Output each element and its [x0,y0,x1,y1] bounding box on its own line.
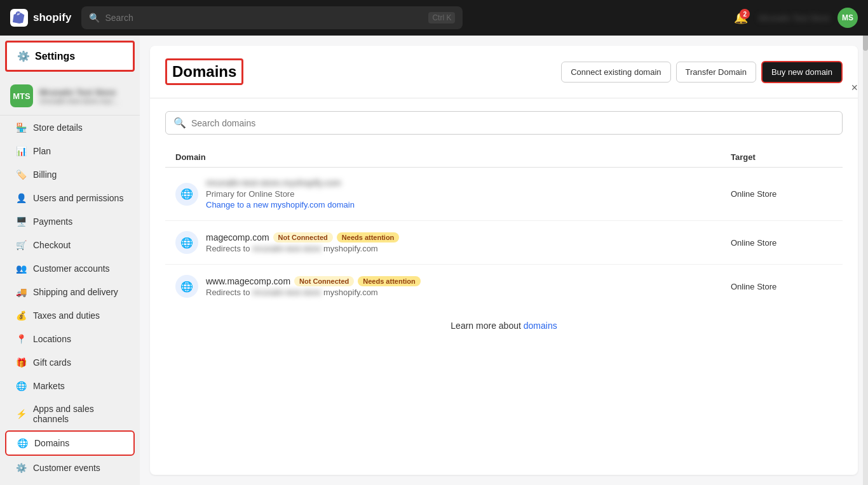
search-input[interactable] [105,13,423,23]
sidebar-item-customer-events[interactable]: ⚙️ Customer events [5,456,135,479]
domain-redirect-blurred-2: mrunalin-test-store [252,288,321,297]
gift-icon: 🎁 [15,357,27,368]
search-bar[interactable]: 🔍 Ctrl K [81,6,463,29]
sidebar-label-checkout: Checkout [33,240,71,250]
sidebar-item-users[interactable]: 👤 Users and permissions [5,187,135,209]
sidebar-item-checkout[interactable]: 🛒 Checkout [5,234,135,256]
domain-target-primary: Online Store [731,189,832,199]
buy-domain-button[interactable]: Buy new domain [761,61,843,83]
sidebar-label-customer-events: Customer events [33,463,100,473]
domain-name-magecomp: magecomp.com [206,232,269,242]
settings-icon: ⚙️ [17,50,30,62]
settings-title: Settings [35,51,75,62]
badge-not-connected-1: Not Connected [273,232,333,242]
shipping-icon: 🚚 [15,286,27,298]
store-info: MTS Mrunalin Test Store mrunalin-test-st… [0,77,140,116]
sidebar-item-apps[interactable]: ⚡ Apps and sales channels [5,398,135,430]
navbar-right: 🔔 2 Mrunalin Test Store MS [731,8,858,28]
search-shortcut: Ctrl K [428,12,455,23]
store-info-url: mrunalin-test-store.myshopify.com [39,97,122,105]
notification-badge: 2 [740,9,750,19]
shopify-logo: shopify [10,9,71,27]
sidebar-label-store-details: Store details [33,123,83,133]
sidebar-label-billing: Billing [33,169,57,180]
domain-info-primary: 🌐 mrunalin-test-store.myshopify.com Prim… [175,178,731,210]
search-domains-input[interactable] [191,118,834,128]
domain-details-magecomp: magecomp.com Not Connected Needs attenti… [206,232,399,253]
domain-change-link[interactable]: Change to a new myshopify.com domain [206,200,355,209]
sidebar-item-plan[interactable]: 📊 Plan [5,140,135,163]
domain-url-blurred: mrunalin-test-store.myshopify.com [206,178,341,188]
domain-details-primary: mrunalin-test-store.myshopify.com Primar… [206,178,355,210]
domain-globe-icon: 🌐 [175,183,198,206]
main-layout: ⚙️ Settings MTS Mrunalin Test Store mrun… [0,36,868,485]
sidebar-item-markets[interactable]: 🌐 Markets [5,375,135,397]
sidebar-label-plan: Plan [33,146,51,156]
table-row: 🌐 mrunalin-test-store.myshopify.com Prim… [165,168,843,221]
billing-icon: 🏷️ [15,169,27,180]
table-row: 🌐 www.magecomp.com Not Connected Needs a… [165,265,843,308]
apps-icon: ⚡ [15,408,27,420]
domain-target-magecomp: Online Store [731,238,832,248]
learn-more-section: Learn more about domains [165,308,843,343]
badge-not-connected-2: Not Connected [294,276,354,286]
plan-icon: 📊 [15,145,27,157]
search-domains-icon: 🔍 [173,117,186,129]
domain-details-www-magecomp: www.magecomp.com Not Connected Needs att… [206,276,421,297]
sidebar-item-store-details[interactable]: 🏪 Store details [5,116,135,139]
sidebar-label-shipping: Shipping and delivery [33,287,118,297]
shopify-logo-icon [10,9,28,27]
domains-icon: 🌐 [17,437,28,449]
sidebar-label-locations: Locations [33,334,71,344]
users-icon: 👤 [15,192,27,204]
scrollbar-track [863,0,868,485]
domain-name-www-magecomp: www.magecomp.com [206,276,290,286]
col-header-domain: Domain [175,152,731,162]
markets-icon: 🌐 [15,380,27,392]
table-row: 🌐 magecomp.com Not Connected Needs atten… [165,221,843,265]
sidebar-item-locations[interactable]: 📍 Locations [5,328,135,350]
sidebar-label-apps: Apps and sales channels [33,404,125,424]
domains-page: Domains Connect existing domain Transfer… [150,46,858,475]
sidebar-label-domains: Domains [34,438,69,448]
badge-needs-attention-1: Needs attention [337,232,400,242]
sidebar-item-taxes[interactable]: 💰 Taxes and duties [5,304,135,327]
settings-header: ⚙️ Settings [5,41,135,72]
domains-title: Domains [165,58,243,85]
store-info-name: Mrunalin Test Store [39,88,122,97]
domain-url-www-magecomp: www.magecomp.com Not Connected Needs att… [206,276,421,286]
transfer-domain-button[interactable]: Transfer Domain [676,62,756,83]
domain-url-primary: mrunalin-test-store.myshopify.com [206,178,355,188]
col-header-target: Target [731,152,832,162]
sidebar-label-users: Users and permissions [33,193,123,203]
sidebar-item-payments[interactable]: 🖥️ Payments [5,210,135,233]
sidebar-item-shipping[interactable]: 🚚 Shipping and delivery [5,281,135,303]
domain-info-www-magecomp: 🌐 www.magecomp.com Not Connected Needs a… [175,275,731,298]
store-info-text: Mrunalin Test Store mrunalin-test-store.… [39,88,122,105]
settings-close-button[interactable]: × [851,81,858,95]
search-domains-bar[interactable]: 🔍 [165,111,843,135]
learn-more-text: Learn more about [451,321,521,331]
user-avatar[interactable]: MS [837,8,858,28]
checkout-icon: 🛒 [15,239,27,251]
domains-header-actions: Connect existing domain Transfer Domain … [561,61,843,83]
sidebar-item-billing[interactable]: 🏷️ Billing [5,163,135,186]
connect-domain-button[interactable]: Connect existing domain [561,62,670,83]
sidebar-nav: 🏪 Store details 📊 Plan 🏷️ Billing 👤 User… [0,116,140,485]
learn-more-link[interactable]: domains [524,321,557,331]
sidebar-item-customer-accounts[interactable]: 👥 Customer accounts [5,257,135,280]
settings-panel: ⚙️ Settings MTS Mrunalin Test Store mrun… [0,36,140,485]
domain-target-www-magecomp: Online Store [731,282,832,291]
sidebar-item-gift-cards[interactable]: 🎁 Gift cards [5,351,135,374]
domain-globe-icon-3: 🌐 [175,275,198,298]
sidebar-label-markets: Markets [33,381,65,391]
store-avatar: MTS [10,84,33,107]
notification-button[interactable]: 🔔 2 [731,8,751,28]
sidebar-item-domains[interactable]: 🌐 Domains [5,430,135,456]
domain-sub-magecomp: Redirects to mrunalin-test-store myshopi… [206,244,399,253]
sidebar-label-payments: Payments [33,216,72,227]
sidebar-label-customer-accounts: Customer accounts [33,263,110,274]
domain-sub-primary: Primary for Online Store [206,189,355,199]
content-area: × Domains Connect existing domain Transf… [140,36,868,485]
sidebar-label-gift-cards: Gift cards [33,357,71,368]
